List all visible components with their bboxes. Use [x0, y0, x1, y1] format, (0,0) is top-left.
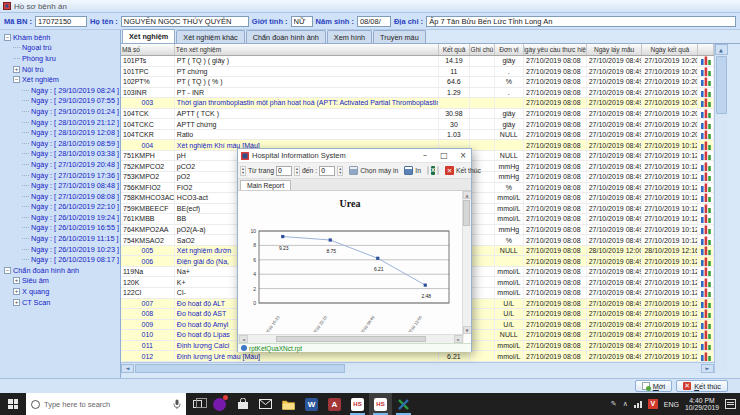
column-header[interactable]: Đơn vị: [495, 44, 524, 55]
from-page-input[interactable]: [276, 166, 292, 176]
chart-mini-icon[interactable]: [698, 193, 714, 203]
chart-mini-icon[interactable]: [698, 67, 714, 77]
table-horizontal-scrollbar[interactable]: ◄ ►: [121, 362, 714, 373]
chart-mini-icon[interactable]: [698, 204, 714, 214]
network-icon[interactable]: [634, 401, 642, 408]
chart-mini-icon[interactable]: [698, 288, 714, 298]
expander-icon[interactable]: −: [13, 76, 20, 83]
tree-item[interactable]: Ngày : [ 26/10/2019 08:17 ]: [2, 254, 120, 265]
tray-chevron-icon[interactable]: ∧: [623, 400, 628, 408]
expander-icon[interactable]: −: [4, 267, 11, 274]
tree-item[interactable]: Ngày : [ 26/10/2019 16:55 ]: [2, 223, 120, 234]
scroll-up-icon[interactable]: ▲: [463, 191, 472, 199]
spinner-icon[interactable]: ▲▼: [337, 166, 343, 176]
chart-mini-icon[interactable]: [698, 183, 714, 193]
new-button[interactable]: Mới: [635, 380, 673, 392]
table-row[interactable]: 104TCKCAPTT chứng30giây27/10/2019 08:082…: [121, 119, 714, 130]
tree-item[interactable]: Ngày : [ 28/10/2019 21:12 ]: [2, 117, 120, 128]
spinner-icon[interactable]: ▲▼: [240, 166, 246, 176]
tree-item[interactable]: Ngoại trú: [2, 43, 120, 54]
chart-mini-icon[interactable]: [698, 309, 714, 319]
chart-mini-icon[interactable]: [698, 341, 714, 351]
tree-item[interactable]: +X quang: [2, 286, 120, 297]
tree-item[interactable]: −Chẩn đoán hình ảnh: [2, 265, 120, 276]
scroll-left-icon[interactable]: ◄: [121, 364, 134, 373]
chart-mini-icon[interactable]: [698, 88, 714, 98]
tree-item[interactable]: Ngày : [ 26/10/2019 11:15 ]: [2, 233, 120, 244]
dialog-finish-button[interactable]: ✕ Kết thúc: [445, 166, 481, 175]
chart-mini-icon[interactable]: [698, 320, 714, 330]
scroll-down-icon[interactable]: ▼: [463, 326, 472, 334]
chart-mini-icon[interactable]: [698, 214, 714, 224]
tree-item[interactable]: Ngày : [ 26/10/2019 10:23 ]: [2, 244, 120, 255]
table-row[interactable]: 103INRPT - INR1.29.27/10/2019 08:0827/10…: [121, 88, 714, 99]
table-row[interactable]: 003Thời gian thromboplastin một phần hoạ…: [121, 98, 714, 109]
patient-address-field[interactable]: [426, 16, 736, 27]
finish-button[interactable]: ✕ Kết thúc: [676, 380, 728, 392]
expander-icon[interactable]: +: [13, 66, 20, 73]
chart-mini-icon[interactable]: [698, 256, 714, 266]
pen-tray-icon[interactable]: ✎: [611, 400, 617, 408]
tree-item[interactable]: Ngày : [ 29/10/2019 01:24 ]: [2, 106, 120, 117]
app-icon-file-explorer[interactable]: [277, 393, 300, 415]
table-row[interactable]: 104TCKAPTT ( TCK )30.98giây27/10/2019 08…: [121, 109, 714, 120]
chart-mini-icon[interactable]: [698, 119, 714, 129]
tree-item[interactable]: Ngày : [ 28/10/2019 12:08 ]: [2, 127, 120, 138]
tree-item[interactable]: Ngày : [ 27/10/2019 08:08 ]: [2, 191, 120, 202]
chart-mini-icon[interactable]: [698, 98, 714, 108]
scroll-left-icon[interactable]: ◄: [239, 335, 248, 343]
task-view-button[interactable]: [186, 393, 208, 415]
app-icon-mail[interactable]: [254, 393, 277, 415]
export-excel-icon[interactable]: X: [431, 166, 435, 175]
app-icon-database[interactable]: A: [323, 393, 346, 415]
expander-icon[interactable]: +: [13, 277, 20, 284]
tab-xem-hình[interactable]: Xem hình: [327, 30, 372, 43]
close-icon[interactable]: ×: [455, 149, 471, 162]
chart-mini-icon[interactable]: [698, 235, 714, 245]
expander-icon[interactable]: −: [4, 34, 11, 41]
chart-mini-icon[interactable]: [698, 140, 714, 150]
to-page-input[interactable]: [319, 166, 335, 176]
start-button[interactable]: [0, 393, 26, 415]
app-icon-his[interactable]: HS: [346, 393, 369, 415]
column-header[interactable]: Ghi chú: [470, 44, 495, 55]
tree-item[interactable]: +Nội trú: [2, 64, 120, 75]
language-indicator[interactable]: ENG: [664, 401, 679, 408]
patient-gender-field[interactable]: [291, 16, 313, 27]
tree-item[interactable]: Ngày : [ 27/10/2019 08:48 ]: [2, 180, 120, 191]
scrollbar-thumb[interactable]: [135, 364, 345, 373]
patient-id-field[interactable]: [35, 16, 87, 27]
column-header[interactable]: Ngày lấy mẫu: [587, 44, 643, 55]
chart-mini-icon[interactable]: [698, 109, 714, 119]
chart-mini-icon[interactable]: [698, 151, 714, 161]
tab-main-report[interactable]: Main Report: [240, 180, 291, 190]
scrollbar-thumb[interactable]: [716, 56, 727, 114]
expander-icon[interactable]: +: [13, 299, 20, 306]
maximize-icon[interactable]: □: [436, 149, 452, 162]
tree-item[interactable]: Ngày : [ 27/10/2019 17:36 ]: [2, 170, 120, 181]
table-vertical-scrollbar[interactable]: ▲ ▼: [714, 44, 727, 403]
app-icon-pinwheel[interactable]: [392, 393, 415, 415]
chart-mini-icon[interactable]: [698, 56, 714, 66]
chart-mini-icon[interactable]: [698, 330, 714, 340]
tree-item[interactable]: −Khám bệnh: [2, 32, 120, 43]
tab-xét-nghiệm[interactable]: Xét nghiệm: [122, 29, 175, 43]
expander-icon[interactable]: +: [13, 288, 20, 295]
tree-item[interactable]: Ngày : [ 29/10/2019 08:24 ]: [2, 85, 120, 96]
scrollbar-thumb[interactable]: [463, 200, 470, 226]
column-header[interactable]: Mã số: [121, 44, 175, 55]
scroll-right-icon[interactable]: ►: [454, 335, 463, 343]
column-header[interactable]: Ngày kết quả: [642, 44, 698, 55]
chart-mini-icon[interactable]: [698, 225, 714, 235]
scroll-up-icon[interactable]: ▲: [715, 44, 728, 55]
tree-item[interactable]: −Xét nghiệm: [2, 74, 120, 85]
patient-dob-field[interactable]: [357, 16, 391, 27]
table-row[interactable]: 104TCKRRatio1.03NULL27/10/2019 08:0827/1…: [121, 130, 714, 141]
print-button[interactable]: In: [404, 166, 421, 175]
choose-printer-button[interactable]: Chọn máy in: [349, 166, 398, 175]
chart-mini-icon[interactable]: [698, 351, 714, 361]
column-header[interactable]: Ngày yêu cầu thực hiện: [524, 44, 587, 55]
app-icon-store[interactable]: [231, 393, 254, 415]
table-row[interactable]: 012Định lượng Urê máu [Máu]6.21mmol/L27/…: [121, 351, 714, 362]
column-header[interactable]: [698, 44, 714, 55]
